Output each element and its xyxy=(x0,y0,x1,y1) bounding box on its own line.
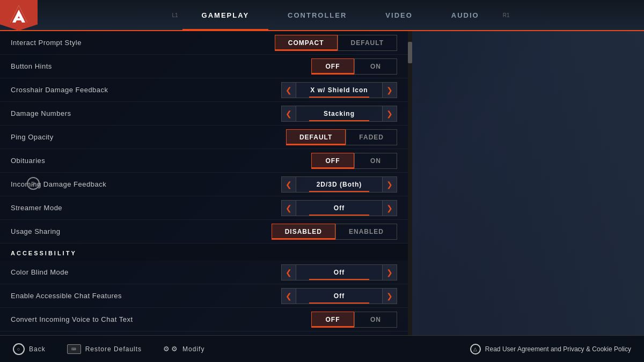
toggle-off[interactable]: Off xyxy=(311,153,354,169)
setting-row-crosshair-damage: Crosshair Damage Feedback ❮ X w/ Shield … xyxy=(0,78,408,102)
setting-label: Color Blind Mode xyxy=(11,268,281,276)
obituaries-control: Off On xyxy=(311,153,397,169)
toggle-enabled[interactable]: Enabled xyxy=(335,224,397,240)
setting-label: Button Hints xyxy=(11,62,311,70)
arrow-value: X w/ Shield Icon xyxy=(296,82,382,98)
setting-row-streamer-mode: Streamer Mode ❮ Off ❯ xyxy=(0,196,408,220)
toggle-compact[interactable]: Compact xyxy=(275,35,338,51)
interact-prompt-control: Compact Default xyxy=(275,35,397,51)
setting-row-obituaries: Obituaries Off On xyxy=(0,149,408,173)
tab-gameplay[interactable]: GAMEPLAY xyxy=(182,0,268,31)
toggle-on[interactable]: On xyxy=(354,58,397,75)
toggle-disabled[interactable]: Disabled xyxy=(272,224,335,240)
incoming-damage-control: ❮ 2D/3D (Both) ❯ xyxy=(281,176,397,193)
scroll-track[interactable] xyxy=(408,31,412,335)
arrow-right[interactable]: ❯ xyxy=(382,82,397,98)
color-blind-control: ❮ Off ❯ xyxy=(281,264,397,280)
arrow-value: Stacking xyxy=(296,106,382,122)
arrow-value: 2D/3D (Both) xyxy=(296,176,382,193)
arrow-right[interactable]: ❯ xyxy=(382,200,397,216)
arrow-left[interactable]: ❮ xyxy=(281,264,296,280)
toggle-on[interactable]: On xyxy=(354,312,397,328)
streamer-mode-control: ❮ Off ❯ xyxy=(281,200,397,216)
toggle-faded[interactable]: Faded xyxy=(346,129,397,145)
setting-label: Convert Incoming Voice to Chat Text xyxy=(11,315,311,323)
voice-to-chat-control: Off On xyxy=(311,312,397,328)
toggle-default[interactable]: Default xyxy=(286,129,346,145)
setting-label: Usage Sharing xyxy=(11,227,272,235)
modify-icon: ⚙⚙ xyxy=(163,345,178,353)
setting-label: Interact Prompt Style xyxy=(11,39,275,47)
tab-video[interactable]: VIDEO xyxy=(366,0,431,31)
back-button-icon: ○ xyxy=(13,343,25,355)
triangle-icon: △ xyxy=(470,344,481,354)
arrow-left[interactable]: ❮ xyxy=(281,288,296,304)
svg-marker-2 xyxy=(13,18,24,20)
usage-sharing-control: Disabled Enabled xyxy=(272,224,397,240)
modify-label: Modify xyxy=(182,345,204,353)
arrow-left[interactable]: ❮ xyxy=(281,176,296,193)
button-hints-control: Off On xyxy=(311,58,397,75)
toggle-off[interactable]: Off xyxy=(311,312,354,328)
setting-row-voice-to-chat: Convert Incoming Voice to Chat Text Off … xyxy=(0,308,408,331)
main-content: Interact Prompt Style Compact Default Bu… xyxy=(0,31,644,335)
arrow-left[interactable]: ❮ xyxy=(281,82,296,98)
trigger-right: R1 xyxy=(499,12,514,18)
tab-controller[interactable]: CONTROLLER xyxy=(268,0,366,31)
ping-opacity-control: Default Faded xyxy=(286,129,397,145)
restore-keyboard-icon: ⌨ xyxy=(67,344,81,354)
setting-label: Ping Opacity xyxy=(11,133,286,141)
footer: ○ Back ⌨ Restore Defaults ⚙⚙ Modify △ Re… xyxy=(0,335,644,362)
back-label: Back xyxy=(29,345,46,353)
setting-row-button-hints: Button Hints Off On xyxy=(0,55,408,78)
footer-legal[interactable]: △ Read User Agreement and Privacy & Cook… xyxy=(470,344,631,354)
setting-row-ping-opacity: Ping Opacity Default Faded xyxy=(0,125,408,149)
setting-row-incoming-damage: Incoming Damage Feedback ❮ 2D/3D (Both) … xyxy=(0,173,408,196)
apex-logo xyxy=(0,0,38,31)
arrow-value: Off xyxy=(296,264,382,280)
damage-numbers-control: ❮ Stacking ❯ xyxy=(281,106,397,122)
setting-label: Damage Numbers xyxy=(11,109,281,117)
restore-label: Restore Defaults xyxy=(85,345,142,353)
arrow-left[interactable]: ❮ xyxy=(281,106,296,122)
nav-tabs: L1 GAMEPLAY CONTROLLER VIDEO AUDIO R1 xyxy=(38,0,644,31)
arrow-right[interactable]: ❯ xyxy=(382,106,397,122)
footer-restore[interactable]: ⌨ Restore Defaults xyxy=(67,344,142,354)
toggle-on[interactable]: On xyxy=(354,153,397,169)
setting-label: Crosshair Damage Feedback xyxy=(11,86,281,94)
tab-audio[interactable]: AUDIO xyxy=(432,0,499,31)
setting-label: Incoming Damage Feedback xyxy=(11,180,281,188)
setting-label: Enable Accessible Chat Features xyxy=(11,292,281,300)
setting-label: Obituaries xyxy=(11,157,311,165)
setting-row-interact-prompt: Interact Prompt Style Compact Default xyxy=(0,31,408,55)
setting-row-accessible-chat: Enable Accessible Chat Features ❮ Off ❯ xyxy=(0,284,408,308)
arrow-right[interactable]: ❯ xyxy=(382,288,397,304)
accessible-chat-control: ❮ Off ❯ xyxy=(281,288,397,304)
scroll-thumb[interactable] xyxy=(408,42,412,63)
setting-row-color-blind: Color Blind Mode ❮ Off ❯ xyxy=(0,261,408,284)
arrow-value: Off xyxy=(296,200,382,216)
arrow-left[interactable]: ❮ xyxy=(281,200,296,216)
trigger-left: L1 xyxy=(167,12,182,18)
arrow-right[interactable]: ❯ xyxy=(382,264,397,280)
legal-label: Read User Agreement and Privacy & Cookie… xyxy=(485,345,631,353)
setting-label: Streamer Mode xyxy=(11,204,281,212)
arrow-right[interactable]: ❯ xyxy=(382,176,397,193)
setting-row-usage-sharing: Usage Sharing Disabled Enabled xyxy=(0,220,408,243)
right-panel xyxy=(412,31,644,335)
header: L1 GAMEPLAY CONTROLLER VIDEO AUDIO R1 xyxy=(0,0,644,31)
crosshair-damage-control: ❮ X w/ Shield Icon ❯ xyxy=(281,82,397,98)
toggle-default[interactable]: Default xyxy=(338,35,397,51)
footer-back[interactable]: ○ Back xyxy=(13,343,46,355)
arrow-value: Off xyxy=(296,288,382,304)
setting-row-damage-numbers: Damage Numbers ❮ Stacking ❯ xyxy=(0,102,408,125)
settings-panel: Interact Prompt Style Compact Default Bu… xyxy=(0,31,408,335)
accessibility-section-header: ACCESSIBILITY xyxy=(0,243,408,261)
toggle-off[interactable]: Off xyxy=(311,58,354,75)
crosshair-indicator xyxy=(27,177,40,190)
footer-modify[interactable]: ⚙⚙ Modify xyxy=(163,345,204,353)
